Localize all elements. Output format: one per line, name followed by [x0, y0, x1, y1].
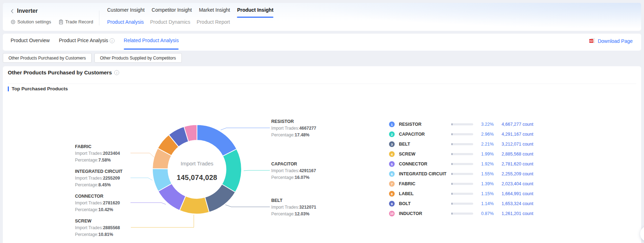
share-bar — [451, 193, 473, 195]
panel-info-icon[interactable]: i — [114, 70, 119, 75]
tab-product-insight[interactable]: Product Insight — [237, 7, 273, 14]
header: Inverter Solution settingsTrade Record C… — [3, 3, 641, 31]
donut-label-percentage: Percentage:8.45% — [75, 182, 142, 188]
donut-label-fabric: FABRICImport Trades:2023404Percentage:7.… — [75, 143, 142, 164]
list-item-inductor[interactable]: 10INDUCTOR0.87%1,261,201 count — [389, 209, 541, 219]
page-title: Inverter — [17, 8, 38, 14]
share-bar — [451, 153, 473, 155]
share-bar-fill — [451, 123, 453, 125]
tab-competitor-insight[interactable]: Competitor Insight — [152, 7, 192, 14]
header-divider — [99, 11, 99, 26]
donut-label-name: INTEGRATED CIRCUIT — [75, 168, 142, 175]
product-name: BOLT — [399, 201, 451, 206]
page: Inverter Solution settingsTrade Record C… — [0, 0, 644, 243]
toolbar-tab-product-price-analysis[interactable]: Product Price Analysisi — [59, 34, 114, 51]
share-percentage: 1.14% — [478, 201, 494, 206]
back-icon[interactable] — [11, 8, 14, 14]
donut-label-connector: CONNECTORImport Trades:2781620Percentage… — [75, 193, 142, 213]
product-name: SCREW — [399, 152, 451, 157]
rank-badge: 1 — [389, 122, 395, 127]
share-bar-fill — [451, 173, 453, 175]
donut-label-import-trades: Import Trades:2781620 — [75, 200, 142, 207]
tab-market-insight[interactable]: Market Insight — [199, 7, 230, 14]
product-name: RESISTOR — [399, 122, 451, 127]
header-link-trade-record[interactable]: Trade Record — [59, 19, 93, 24]
rank-badge: 4 — [389, 151, 395, 157]
filter-button-other-products-supplied-by-competitors[interactable]: Other Products Supplied by Competitors — [94, 53, 182, 63]
trade-count: 2,023,404 count — [498, 181, 533, 186]
share-bar-fill — [451, 183, 453, 185]
donut-center-label: Import Trades — [162, 160, 232, 166]
donut-label-name: RESISTOR — [271, 118, 338, 125]
panel-title: Other Products Purchased by Customers — [8, 69, 112, 75]
list-item-belt[interactable]: 3BELT2.21%3,212,071 count — [389, 139, 541, 149]
donut-label-resistor: RESISTORImport Trades:4667277Percentage:… — [271, 118, 338, 139]
share-percentage: 2.21% — [478, 142, 494, 147]
list-item-fabric[interactable]: 7FABRIC1.39%2,023,404 count — [389, 179, 541, 189]
share-bar — [451, 173, 473, 175]
share-percentage: 0.87% — [478, 211, 494, 216]
donut-label-import-trades: Import Trades:2255209 — [75, 175, 142, 182]
list-item-screw[interactable]: 4SCREW1.99%2,885,568 count — [389, 149, 541, 159]
share-bar-fill — [451, 213, 453, 215]
rank-badge: 5 — [389, 161, 395, 167]
toolbar-tab-product-overview[interactable]: Product Overview — [11, 34, 50, 51]
share-bar-fill — [451, 203, 453, 205]
top-products-list: 1RESISTOR3.22%4,667,277 count2CAPACITOR2… — [389, 119, 541, 219]
trade-record-icon — [59, 19, 63, 24]
share-percentage: 1.99% — [478, 152, 494, 157]
download-page-link[interactable]: PDF Download Page — [589, 38, 633, 44]
trade-count: 1,653,324 count — [498, 201, 533, 206]
list-item-integrated-circuit[interactable]: 6INTEGRATED CIRCUIT1.55%2,255,209 count — [389, 169, 541, 179]
share-bar — [451, 163, 473, 165]
product-name: INDUCTOR — [399, 211, 451, 216]
toolbar-tabs: Product OverviewProduct Price AnalysisiR… — [11, 34, 179, 51]
list-item-connector[interactable]: 5CONNECTOR1.92%2,781,620 count — [389, 159, 541, 169]
rank-badge: 10 — [389, 211, 395, 216]
trade-count: 3,212,071 count — [498, 142, 533, 147]
donut-label-capacitor: CAPACITORImport Trades:4291167Percentage… — [271, 161, 338, 181]
product-name: CONNECTOR — [399, 162, 451, 166]
share-bar — [451, 213, 473, 215]
subtab-product-dynamics[interactable]: Product Dynamics — [150, 19, 191, 25]
filter-row: Other Products Purchased by CustomersOth… — [3, 53, 182, 63]
subtab-product-report[interactable]: Product Report — [197, 19, 230, 25]
share-bar — [451, 183, 473, 185]
rank-badge: 6 — [389, 171, 395, 177]
list-item-bolt[interactable]: 9BOLT1.14%1,653,324 count — [389, 199, 541, 209]
product-name: CAPACITOR — [399, 132, 451, 137]
donut-label-import-trades: Import Trades:3212071 — [271, 204, 338, 211]
product-name: INTEGRATED CIRCUIT — [399, 171, 451, 176]
donut-label-percentage: Percentage:7.58% — [75, 157, 142, 164]
product-name: BELT — [399, 142, 451, 147]
trade-count: 4,291,167 count — [498, 132, 533, 137]
donut-label-name: CAPACITOR — [271, 161, 338, 168]
list-item-label[interactable]: 8LABEL1.15%1,664,991 count — [389, 189, 541, 199]
donut-label-integrated-circuit: INTEGRATED CIRCUITImport Trades:2255209P… — [75, 168, 142, 188]
share-bar — [451, 143, 473, 145]
donut-label-import-trades: Import Trades:4667277 — [271, 125, 338, 132]
list-item-resistor[interactable]: 1RESISTOR3.22%4,667,277 count — [389, 119, 541, 129]
trade-count: 2,885,568 count — [498, 152, 533, 157]
share-bar — [451, 203, 473, 205]
share-bar — [451, 123, 473, 125]
info-icon[interactable]: i — [110, 38, 115, 43]
header-link-label: Solution settings — [17, 19, 51, 24]
header-links: Solution settingsTrade Record — [11, 19, 93, 24]
toolbar-tab-related-product-analysis[interactable]: Related Product Analysis — [124, 34, 179, 51]
filter-button-other-products-purchased-by-customers[interactable]: Other Products Purchased by Customers — [3, 53, 92, 63]
trade-count: 2,781,620 count — [498, 162, 533, 166]
tab-customer-insight[interactable]: Customer Insight — [107, 7, 145, 14]
product-name: FABRIC — [399, 181, 451, 186]
share-percentage: 1.55% — [478, 171, 494, 176]
header-link-solution-settings[interactable]: Solution settings — [11, 19, 51, 24]
subtab-product-analysis[interactable]: Product Analysis — [107, 19, 144, 25]
share-percentage: 1.39% — [478, 181, 494, 186]
product-name: LABEL — [399, 191, 451, 196]
donut-label-import-trades: Import Trades:4291167 — [271, 168, 338, 174]
donut-label-import-trades: Import Trades:2885568 — [75, 225, 142, 231]
list-item-capacitor[interactable]: 2CAPACITOR2.96%4,291,167 count — [389, 129, 541, 139]
share-bar-fill — [451, 133, 453, 135]
donut-label-name: CONNECTOR — [75, 193, 142, 200]
donut-label-name: FABRIC — [75, 143, 142, 150]
